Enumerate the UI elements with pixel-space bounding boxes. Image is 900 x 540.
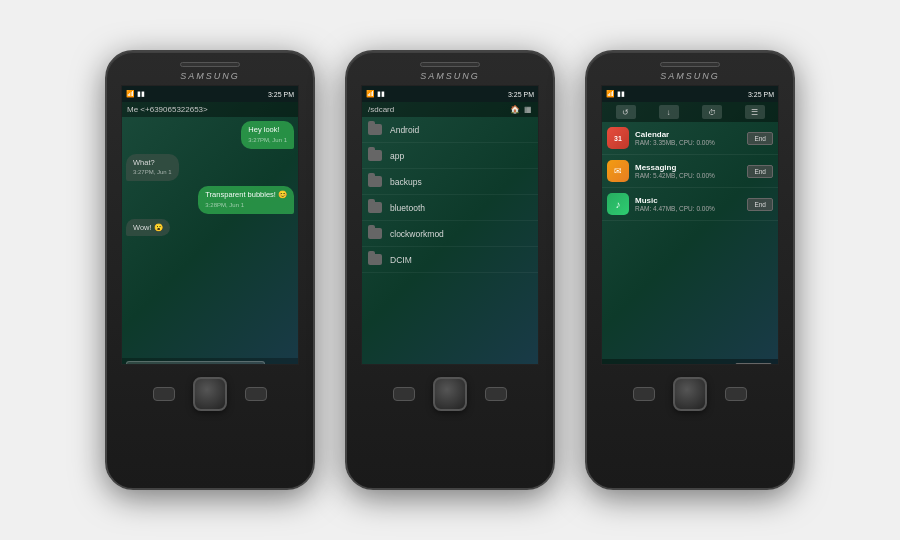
status-icons-2: 📶 ▮▮	[366, 90, 385, 98]
calendar-ram: RAM: 3.35MB, CPU: 0.00%	[635, 139, 741, 146]
messaging-name: Messaging	[635, 163, 741, 172]
messaging-screen: Me <+639065322653> Hey look! 3:27PM, Jun…	[122, 102, 298, 365]
grid-icon[interactable]: ▦	[524, 105, 532, 114]
toolbar-history-icon[interactable]: ↺	[616, 105, 636, 119]
folder-icon-2	[368, 150, 382, 161]
bottom-buttons-2	[393, 377, 507, 411]
battery-icon: ▮▮	[137, 90, 145, 98]
file-item-3[interactable]: backups	[362, 169, 538, 195]
music-ram: RAM: 4.47MB, CPU: 0.00%	[635, 205, 741, 212]
end-calendar-button[interactable]: End	[747, 132, 773, 145]
back-button-1[interactable]	[245, 387, 267, 401]
task-spacer	[602, 221, 778, 359]
messaging-icon-text: ✉	[614, 166, 622, 176]
phone-2-bottom	[393, 365, 507, 488]
screen-1: 📶 ▮▮ 3:25 PM Me <+639065322653> Hey look…	[121, 85, 299, 365]
bubble-time-1: 3:27PM, Jun 1	[248, 137, 287, 145]
phone-1: SAMSUNG 📶 ▮▮ 3:25 PM Me <+639065322653> …	[105, 50, 315, 490]
file-item-4[interactable]: bluetooth	[362, 195, 538, 221]
folder-icon-4	[368, 202, 382, 213]
file-item-1[interactable]: Android	[362, 117, 538, 143]
status-icons-1: 📶 ▮▮	[126, 90, 145, 98]
file-name-2: app	[390, 151, 404, 161]
phone-1-top	[107, 52, 313, 67]
home-button-2[interactable]	[433, 377, 467, 411]
phone-2-top	[347, 52, 553, 67]
speaker-grill-3	[660, 62, 720, 67]
folder-icon-6	[368, 254, 382, 265]
screen-2: 📶 ▮▮ 3:25 PM /sdcard 🏠 ▦ Android	[361, 85, 539, 365]
time-display-1: 3:25 PM	[268, 91, 294, 98]
time-display-2: 3:25 PM	[508, 91, 534, 98]
speaker-grill-1	[180, 62, 240, 67]
home-icon[interactable]: 🏠	[510, 105, 520, 114]
calendar-icon-text: 31	[614, 135, 622, 142]
msg-contact: Me <+639065322653>	[127, 105, 208, 114]
file-name-5: clockworkmod	[390, 229, 444, 239]
bubble-text-2: What?	[133, 158, 155, 167]
phone-1-bottom	[153, 365, 267, 488]
file-item-5[interactable]: clockworkmod	[362, 221, 538, 247]
msg-body: Hey look! 3:27PM, Jun 1 What? 3:27PM, Ju…	[122, 117, 298, 358]
app-item-music: ♪ Music RAM: 4.47MB, CPU: 0.00% End	[602, 188, 778, 221]
phone-3-top	[587, 52, 793, 67]
bubble-received-1: What? 3:27PM, Jun 1	[126, 154, 179, 182]
wifi-icon-3: 📶	[606, 90, 615, 98]
music-name: Music	[635, 196, 741, 205]
time-display-3: 3:25 PM	[748, 91, 774, 98]
end-all-button[interactable]: End all	[735, 363, 772, 365]
brand-logo-2: SAMSUNG	[420, 71, 480, 81]
menu-button-1[interactable]	[153, 387, 175, 401]
messaging-ram: RAM: 5.42MB, CPU: 0.00%	[635, 172, 741, 179]
file-list: Android app backups bluetooth clockworkm…	[362, 117, 538, 365]
music-info: Music RAM: 4.47MB, CPU: 0.00%	[635, 196, 741, 212]
bubble-sent-1: Hey look! 3:27PM, Jun 1	[241, 121, 294, 149]
file-item-2[interactable]: app	[362, 143, 538, 169]
folder-icon-5	[368, 228, 382, 239]
bubble-text-4: Wow! 😮	[133, 223, 163, 232]
menu-button-3[interactable]	[633, 387, 655, 401]
file-header-icons: 🏠 ▦	[510, 105, 532, 114]
bubble-text-1: Hey look!	[248, 125, 279, 134]
bubble-time-2: 3:27PM, Jun 1	[133, 169, 172, 177]
messaging-icon: ✉	[607, 160, 629, 182]
file-name-4: bluetooth	[390, 203, 425, 213]
status-bar-2: 📶 ▮▮ 3:25 PM	[362, 86, 538, 102]
battery-icon-2: ▮▮	[377, 90, 385, 98]
home-button-3[interactable]	[673, 377, 707, 411]
bubble-sent-2: Transparent bubbles! 😊 3:28PM, Jun 1	[198, 186, 294, 214]
messaging-info: Messaging RAM: 5.42MB, CPU: 0.00%	[635, 163, 741, 179]
wifi-icon-2: 📶	[366, 90, 375, 98]
menu-button-2[interactable]	[393, 387, 415, 401]
msg-input-row: Send	[122, 358, 298, 365]
task-footer: Active applications: 3 End all	[602, 359, 778, 365]
file-name-6: DCIM	[390, 255, 412, 265]
back-button-2[interactable]	[485, 387, 507, 401]
end-music-button[interactable]: End	[747, 198, 773, 211]
message-input[interactable]	[126, 361, 265, 365]
app-item-calendar: 31 Calendar RAM: 3.35MB, CPU: 0.00% End	[602, 122, 778, 155]
folder-icon-3	[368, 176, 382, 187]
back-button-3[interactable]	[725, 387, 747, 401]
wifi-icon: 📶	[126, 90, 135, 98]
send-button[interactable]: Send	[268, 364, 294, 366]
file-name-3: backups	[390, 177, 422, 187]
end-messaging-button[interactable]: End	[747, 165, 773, 178]
home-button-1[interactable]	[193, 377, 227, 411]
speaker-grill-2	[420, 62, 480, 67]
task-screen: ↺ ↓ ⏱ ☰ 31 Calendar RAM: 3.35MB, CPU: 0.…	[602, 102, 778, 365]
bubble-text-3: Transparent bubbles! 😊	[205, 190, 287, 199]
file-header: /sdcard 🏠 ▦	[362, 102, 538, 117]
bubble-received-2: Wow! 😮	[126, 219, 170, 237]
brand-logo-1: SAMSUNG	[180, 71, 240, 81]
toolbar-menu-icon[interactable]: ☰	[745, 105, 765, 119]
app-item-messaging: ✉ Messaging RAM: 5.42MB, CPU: 0.00% End	[602, 155, 778, 188]
brand-logo-3: SAMSUNG	[660, 71, 720, 81]
file-screen: /sdcard 🏠 ▦ Android app backups	[362, 102, 538, 365]
file-path: /sdcard	[368, 105, 394, 114]
toolbar-download-icon[interactable]: ↓	[659, 105, 679, 119]
bottom-buttons-1	[153, 377, 267, 411]
bubble-time-3: 3:28PM, Jun 1	[205, 202, 287, 210]
file-item-6[interactable]: DCIM	[362, 247, 538, 273]
toolbar-clock-icon[interactable]: ⏱	[702, 105, 722, 119]
